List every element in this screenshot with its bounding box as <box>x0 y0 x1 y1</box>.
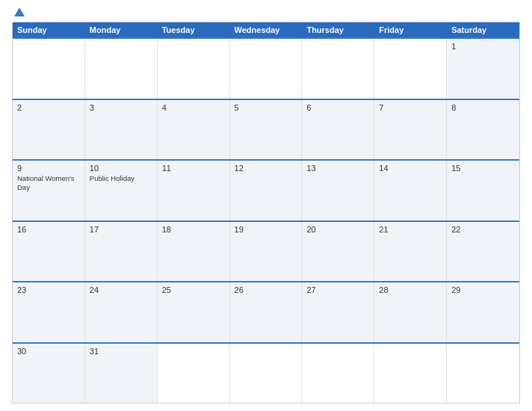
header-sunday: Sunday <box>13 22 85 37</box>
day-headers-row: Sunday Monday Tuesday Wednesday Thursday… <box>13 22 519 37</box>
day-number: 10 <box>90 164 152 173</box>
day-cell: 8 <box>447 100 519 160</box>
day-cell: 5 <box>230 100 303 160</box>
day-cell: 2 <box>13 100 85 160</box>
day-number: 20 <box>306 225 369 234</box>
day-cell <box>158 344 230 404</box>
week-row-3: 9National Women's Day10Public Holiday111… <box>13 159 519 220</box>
calendar: Sunday Monday Tuesday Wednesday Thursday… <box>12 22 520 404</box>
day-cell <box>302 39 374 99</box>
day-number: 3 <box>90 103 152 112</box>
day-number: 9 <box>17 164 80 173</box>
day-cell: 14 <box>374 161 447 220</box>
day-cell <box>374 344 447 404</box>
day-cell: 22 <box>447 222 519 282</box>
weeks-container: 123456789National Women's Day10Public Ho… <box>13 37 519 403</box>
day-cell: 15 <box>447 161 519 220</box>
week-row-1: 1 <box>13 37 519 99</box>
day-number: 27 <box>306 285 369 294</box>
day-number: 26 <box>235 285 297 294</box>
header <box>12 7 520 17</box>
header-tuesday: Tuesday <box>158 22 230 37</box>
day-number: 22 <box>451 225 515 234</box>
day-cell: 26 <box>230 282 303 342</box>
day-cell: 3 <box>85 100 158 160</box>
day-cell: 13 <box>302 161 374 220</box>
day-cell: 29 <box>447 282 519 342</box>
day-number: 25 <box>162 285 225 294</box>
logo <box>12 7 26 17</box>
day-number: 30 <box>17 347 80 356</box>
day-number: 19 <box>235 225 297 234</box>
day-cell <box>374 39 447 99</box>
day-cell: 18 <box>158 222 230 282</box>
day-cell: 1 <box>447 39 519 99</box>
day-number: 17 <box>90 225 152 234</box>
week-row-2: 2345678 <box>13 99 519 160</box>
week-row-4: 16171819202122 <box>13 220 519 282</box>
day-cell <box>230 344 303 404</box>
header-thursday: Thursday <box>302 22 374 37</box>
day-cell: 20 <box>302 222 374 282</box>
header-monday: Monday <box>85 22 158 37</box>
day-cell: 24 <box>85 282 158 342</box>
day-number: 8 <box>451 103 515 112</box>
day-number: 18 <box>162 225 225 234</box>
day-number: 31 <box>90 347 152 356</box>
day-cell: 28 <box>374 282 447 342</box>
day-cell: 4 <box>158 100 230 160</box>
day-cell <box>13 39 85 99</box>
day-number: 13 <box>306 164 369 173</box>
day-cell: 31 <box>85 344 158 404</box>
header-wednesday: Wednesday <box>230 22 303 37</box>
day-cell: 19 <box>230 222 303 282</box>
day-cell: 30 <box>13 344 85 404</box>
day-number: 11 <box>162 164 225 173</box>
header-friday: Friday <box>374 22 447 37</box>
page: Sunday Monday Tuesday Wednesday Thursday… <box>0 0 532 411</box>
day-cell: 25 <box>158 282 230 342</box>
day-cell <box>230 39 303 99</box>
day-cell: 7 <box>374 100 447 160</box>
day-number: 24 <box>90 285 152 294</box>
day-number: 15 <box>451 164 515 173</box>
day-number: 29 <box>451 285 515 294</box>
day-cell: 6 <box>302 100 374 160</box>
day-cell: 9National Women's Day <box>13 161 85 220</box>
day-number: 23 <box>17 285 80 294</box>
day-cell <box>85 39 158 99</box>
week-row-5: 23242526272829 <box>13 281 519 342</box>
day-number: 16 <box>17 225 80 234</box>
day-number: 2 <box>17 103 80 112</box>
day-number: 28 <box>379 285 442 294</box>
week-row-6: 3031 <box>13 342 519 404</box>
day-cell: 27 <box>302 282 374 342</box>
day-cell <box>158 39 230 99</box>
day-cell: 12 <box>230 161 303 220</box>
day-number: 6 <box>306 103 369 112</box>
day-cell: 16 <box>13 222 85 282</box>
day-number: 4 <box>162 103 225 112</box>
day-cell <box>302 344 374 404</box>
header-saturday: Saturday <box>447 22 519 37</box>
day-number: 5 <box>235 103 297 112</box>
day-cell: 17 <box>85 222 158 282</box>
day-event: Public Holiday <box>90 174 152 183</box>
day-cell: 10Public Holiday <box>85 161 158 220</box>
day-cell: 21 <box>374 222 447 282</box>
day-number: 14 <box>379 164 442 173</box>
day-number: 12 <box>235 164 297 173</box>
day-number: 1 <box>451 42 515 51</box>
day-cell: 23 <box>13 282 85 342</box>
day-number: 21 <box>379 225 442 234</box>
logo-triangle-icon <box>14 7 25 16</box>
day-number: 7 <box>379 103 442 112</box>
day-event: National Women's Day <box>17 174 80 193</box>
day-cell <box>447 344 519 404</box>
day-cell: 11 <box>158 161 230 220</box>
